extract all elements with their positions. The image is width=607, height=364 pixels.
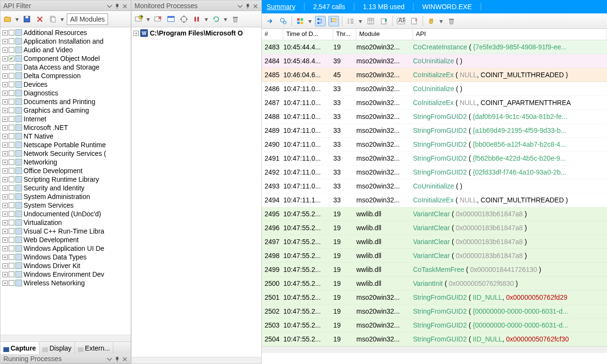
call-row[interactable]: 250410:47:55.2...19mso20win32...StringFr… — [262, 332, 607, 346]
category-row[interactable]: +Windows Driver Kit — [0, 261, 131, 270]
call-row[interactable]: 249710:47:55.2...19wwlib.dllVariantClear… — [262, 235, 607, 249]
category-row[interactable]: +Internet — [0, 115, 131, 123]
category-checkbox[interactable] — [9, 133, 14, 139]
category-checkbox[interactable] — [9, 47, 14, 53]
category-checkbox[interactable] — [9, 228, 14, 234]
category-checkbox[interactable] — [9, 151, 14, 156]
call-row[interactable]: 248910:47:11.0...33mso20win32...StringFr… — [262, 124, 607, 138]
category-checkbox[interactable] — [9, 194, 14, 200]
category-checkbox[interactable] — [9, 116, 14, 122]
expand-icon[interactable]: + — [2, 186, 8, 191]
trash-icon[interactable] — [446, 16, 457, 26]
call-row[interactable]: 248710:47:11.0...33mso20win32...CoInitia… — [262, 96, 607, 110]
open-icon[interactable] — [2, 14, 13, 24]
grid-body[interactable]: 248310:45:44.4...19mso20win32...CoCreate… — [262, 40, 607, 346]
category-row[interactable]: +Web Development — [0, 235, 131, 244]
expand-icon[interactable]: + — [2, 91, 8, 96]
call-row[interactable]: 249010:47:11.0...33mso20win32...StringFr… — [262, 138, 607, 152]
trash-icon[interactable] — [230, 14, 241, 24]
arrow-right-icon[interactable] — [265, 16, 275, 26]
category-row[interactable]: +Application Installation and — [0, 37, 131, 46]
expand-icon[interactable]: + — [2, 65, 8, 70]
expand-icon[interactable]: + — [134, 31, 139, 36]
grid-icon[interactable] — [295, 16, 305, 26]
expand-icon[interactable]: + — [2, 99, 8, 105]
call-row[interactable]: 248810:47:11.0...33mso20win32...StringFr… — [262, 110, 607, 124]
expand-icon[interactable]: + — [2, 117, 8, 122]
category-row[interactable]: +Diagnostics — [0, 89, 131, 97]
category-checkbox[interactable] — [9, 280, 14, 286]
process-item[interactable]: + W C:\Program Files\Microsoft O — [132, 28, 261, 38]
call-row[interactable]: 250010:47:55.2...19wwlib.dllVariantInit … — [262, 277, 607, 291]
tab-extern[interactable]: Extern... — [75, 342, 113, 354]
block-icon[interactable] — [409, 16, 420, 26]
add-process-icon[interactable]: + — [134, 14, 144, 24]
category-row[interactable]: +Windows Data Types — [0, 253, 131, 261]
columns-icon[interactable] — [365, 16, 376, 26]
call-row[interactable]: 249110:47:11.0...33mso20win32...StringFr… — [262, 152, 607, 165]
tree-hscroll[interactable] — [0, 335, 131, 341]
category-checkbox[interactable] — [9, 168, 14, 174]
target-icon[interactable] — [179, 14, 189, 24]
dropdown-icon[interactable] — [237, 3, 243, 9]
category-checkbox[interactable] — [9, 64, 14, 70]
category-row[interactable]: +Wireless Networking — [0, 279, 131, 287]
category-checkbox[interactable] — [9, 142, 14, 148]
category-checkbox[interactable] — [9, 125, 14, 130]
expand-icon[interactable]: + — [2, 108, 8, 113]
call-row[interactable]: 250110:47:55.2...19mso20win32...StringFr… — [262, 291, 607, 305]
call-row[interactable]: 249410:47:11.1...33mso20win32...CoInitia… — [262, 193, 607, 207]
call-row[interactable]: 249310:47:11.0...33mso20win32...CoUninit… — [262, 179, 607, 193]
category-checkbox[interactable] — [9, 30, 14, 35]
mon-hscroll[interactable] — [132, 357, 261, 364]
list-view-icon[interactable] — [328, 16, 339, 26]
call-row[interactable]: 250210:47:55.2...19mso20win32...StringFr… — [262, 305, 607, 318]
expand-icon[interactable]: + — [2, 281, 8, 286]
category-row[interactable]: +Scripting Runtime Library — [0, 175, 131, 184]
category-row[interactable]: +Virtualization — [0, 218, 131, 227]
close-icon[interactable] — [253, 3, 258, 9]
call-row[interactable]: 249510:47:55.2...19wwlib.dllVariantClear… — [262, 207, 607, 221]
category-row[interactable]: +Microsoft .NET — [0, 123, 131, 132]
indent-icon[interactable] — [345, 16, 356, 26]
expand-icon[interactable]: + — [2, 203, 8, 208]
category-row[interactable]: +Delta Compression — [0, 71, 131, 80]
expand-icon[interactable]: + — [2, 194, 8, 200]
call-row[interactable]: 248510:46:04.6...45mso20win32...CoInitia… — [262, 68, 607, 82]
expand-icon[interactable]: + — [2, 73, 8, 79]
call-row[interactable]: 250310:47:55.2...19mso20win32...StringFr… — [262, 318, 607, 332]
hand-icon[interactable] — [426, 16, 437, 26]
category-checkbox[interactable] — [9, 271, 14, 277]
category-checkbox[interactable] — [9, 220, 14, 225]
category-checkbox[interactable] — [9, 237, 14, 243]
dropdown-icon[interactable] — [107, 3, 112, 9]
modules-combo[interactable]: All Modules — [67, 13, 108, 25]
category-row[interactable]: +Graphics and Gaming — [0, 106, 131, 115]
export-icon[interactable] — [379, 16, 389, 26]
category-checkbox[interactable] — [9, 56, 14, 61]
expand-icon[interactable]: + — [2, 151, 8, 156]
expand-icon[interactable]: + — [2, 30, 8, 35]
category-checkbox[interactable] — [9, 176, 14, 182]
call-row[interactable]: 249910:47:55.2...19wwlib.dllCoTaskMemFre… — [262, 263, 607, 277]
expand-icon[interactable]: + — [2, 160, 8, 165]
expand-icon[interactable]: + — [2, 272, 8, 277]
category-row[interactable]: +Component Object Model — [0, 54, 131, 63]
category-row[interactable]: +Windows Application UI De — [0, 244, 131, 253]
category-checkbox[interactable] — [9, 159, 14, 165]
col-module[interactable]: Module — [356, 29, 413, 40]
expand-icon[interactable]: + — [2, 142, 8, 148]
pin-icon[interactable] — [114, 356, 120, 362]
tree-view-icon[interactable] — [315, 16, 326, 26]
category-row[interactable]: +Netscape Portable Runtime — [0, 141, 131, 149]
summary-label[interactable]: Summary — [262, 3, 304, 11]
col-api[interactable]: API — [413, 29, 607, 40]
category-row[interactable]: +NT Native — [0, 132, 131, 141]
category-checkbox[interactable] — [9, 202, 14, 208]
call-row[interactable]: 248310:45:44.4...19mso20win32...CoCreate… — [262, 40, 607, 54]
expand-icon[interactable]: + — [2, 56, 8, 61]
expand-icon[interactable]: + — [2, 229, 8, 234]
expand-icon[interactable]: + — [2, 237, 8, 243]
expand-icon[interactable]: + — [2, 82, 8, 87]
tab-capture[interactable]: Capture — [0, 342, 39, 354]
